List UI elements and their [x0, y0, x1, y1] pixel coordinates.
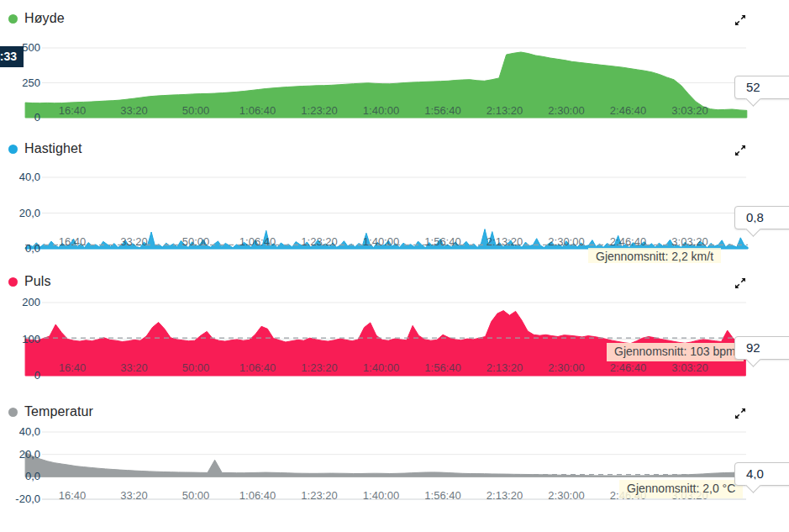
y-axis-tick-label: 20,0 — [0, 448, 40, 461]
x-axis-tick-label: 2:30:00 — [548, 361, 584, 374]
x-axis-tick-label: 50:00 — [182, 361, 210, 374]
average-tooltip: Gjennomsnitt: 2,0 °C — [619, 480, 743, 498]
y-axis-tick-label: -20,0 — [0, 492, 40, 505]
x-axis-tick-label: 33:20 — [120, 235, 148, 248]
x-axis-tick-label: 1:06:40 — [239, 235, 276, 248]
x-axis-tick-label: 1:56:40 — [424, 489, 460, 502]
x-axis-tick-label: 1:40:00 — [363, 361, 399, 374]
x-axis-tick-label: 2:13:20 — [487, 104, 523, 117]
chart-legend: Puls — [8, 274, 51, 289]
heart-rate-series-dot-icon — [8, 277, 18, 287]
chart-title: Temperatur — [24, 404, 93, 419]
x-axis-tick-label: 1:06:40 — [239, 361, 276, 374]
average-tooltip: Gjennomsnitt: 2,2 km/t — [588, 248, 721, 263]
chart-legend: Høyde — [8, 11, 65, 26]
x-axis-tick-label: 1:56:40 — [424, 235, 460, 248]
x-axis-tick-label: 3:03:20 — [671, 361, 707, 374]
x-axis-tick-label: 3:03:20 — [671, 235, 707, 248]
expand-icon[interactable] — [734, 407, 747, 420]
chart-section-elevation: Høyde 500250016:4033:2050:001:06:401:23:… — [0, 0, 789, 130]
x-axis-tick-label: 2:30:00 — [548, 489, 584, 502]
y-axis-tick-label: 200 — [0, 296, 40, 308]
chart-section-temperature: Temperatur 40,020,00,0-20,016:4033:2050:… — [0, 393, 789, 532]
y-axis-tick-label: 0 — [0, 111, 40, 124]
x-axis-tick-label: 33:20 — [120, 489, 148, 502]
chart-legend: Temperatur — [8, 404, 93, 419]
x-axis-tick-label: 2:46:40 — [610, 361, 646, 374]
x-axis-tick-label: 1:23:20 — [301, 361, 337, 374]
x-axis-tick-label: 2:13:20 — [487, 235, 523, 248]
value-bubble: 0,8 — [734, 206, 789, 229]
chart-legend: Hastighet — [8, 141, 82, 156]
x-axis-tick-label: 1:23:20 — [301, 104, 337, 117]
value-bubble: 92 — [734, 336, 789, 360]
y-axis-tick-label: 0,0 — [0, 242, 40, 255]
chart-title: Høyde — [24, 11, 65, 26]
x-axis-tick-label: 50:00 — [182, 235, 210, 248]
y-axis-tick-label: 100 — [0, 333, 40, 345]
x-axis-tick-label: 2:30:00 — [548, 104, 584, 117]
plot-area[interactable]: 200100016:4033:2050:001:06:401:23:201:40… — [0, 263, 789, 393]
y-axis-tick-label: 0,0 — [0, 470, 40, 482]
x-axis-tick-label: 2:13:20 — [487, 361, 523, 374]
value-bubble: 4,0 — [734, 462, 789, 486]
speed-series-dot-icon — [8, 145, 18, 154]
x-axis-tick-label: 16:40 — [59, 235, 87, 248]
x-axis-tick-label: 1:23:20 — [301, 489, 337, 502]
activity-charts-page: { "ui": { "grid_color": "#e9e9e9", "bott… — [0, 0, 789, 532]
x-axis-tick-label: 16:40 — [59, 104, 87, 117]
plot-area[interactable]: 500250016:4033:2050:001:06:401:23:201:40… — [0, 0, 789, 130]
x-axis-tick-label: 2:46:40 — [610, 235, 646, 248]
y-axis-tick-label: 20,0 — [0, 207, 40, 219]
y-axis-tick-label: 0 — [0, 369, 40, 382]
chart-title: Puls — [24, 274, 51, 289]
y-axis-tick-label: 40,0 — [0, 425, 40, 438]
x-axis-tick-label: 1:23:20 — [301, 235, 337, 248]
value-bubble: 52 — [734, 76, 789, 99]
x-axis-tick-label: 50:00 — [182, 104, 210, 117]
x-axis-tick-label: 2:13:20 — [487, 489, 523, 502]
average-tooltip: Gjennomsnitt: 103 bpm — [607, 343, 744, 361]
expand-icon[interactable] — [734, 277, 747, 290]
x-axis-tick-label: 3:03:20 — [671, 104, 707, 117]
x-axis-tick-label: 16:40 — [59, 489, 87, 502]
chart-section-speed: Hastighet 40,020,00,016:4033:2050:001:06… — [0, 130, 789, 263]
y-axis-tick-label: 40,0 — [0, 171, 40, 183]
y-axis-tick-label: 250 — [0, 76, 40, 89]
x-axis-tick-label: 2:30:00 — [548, 235, 584, 248]
x-axis-tick-label: 2:46:40 — [610, 104, 646, 117]
x-axis-tick-label: 16:40 — [59, 361, 87, 374]
x-axis-tick-label: 1:06:40 — [239, 489, 276, 502]
x-axis-tick-label: 1:40:00 — [363, 489, 399, 502]
x-axis-tick-label: 1:56:40 — [424, 361, 460, 374]
x-axis-tick-label: 1:40:00 — [363, 104, 399, 117]
expand-icon[interactable] — [734, 13, 747, 27]
x-axis-tick-label: 50:00 — [182, 489, 210, 502]
expand-icon[interactable] — [734, 144, 747, 157]
plot-area[interactable]: 40,020,00,0-20,016:4033:2050:001:06:401:… — [0, 393, 789, 532]
x-axis-tick-label: 1:06:40 — [239, 104, 276, 117]
chart-canvas — [0, 393, 789, 532]
chart-title: Hastighet — [24, 141, 82, 156]
temperature-series-dot-icon — [8, 408, 18, 417]
plot-area[interactable]: 40,020,00,016:4033:2050:001:06:401:23:20… — [0, 130, 789, 263]
x-axis-tick-label: 33:20 — [120, 361, 148, 374]
x-axis-tick-label: 1:56:40 — [424, 104, 460, 117]
hover-time-tooltip: 4:33 — [0, 46, 24, 67]
x-axis-tick-label: 33:20 — [120, 104, 148, 117]
chart-section-heart-rate: Puls 200100016:4033:2050:001:06:401:23:2… — [0, 263, 789, 393]
elevation-series-dot-icon — [8, 14, 18, 24]
x-axis-tick-label: 1:40:00 — [363, 235, 399, 248]
